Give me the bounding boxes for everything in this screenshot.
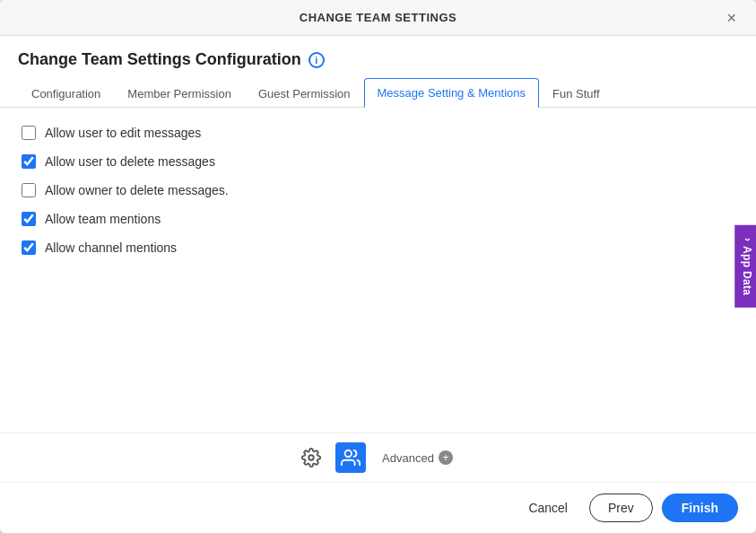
info-icon[interactable]: i <box>308 52 325 68</box>
advanced-button[interactable]: Advanced + <box>375 445 460 470</box>
allow-edit-checkbox[interactable] <box>22 126 36 140</box>
advanced-label: Advanced <box>382 451 434 465</box>
modal-wrapper: CHANGE TEAM SETTINGS × Change Team Setti… <box>0 0 756 533</box>
cancel-button[interactable]: Cancel <box>516 494 580 522</box>
app-data-arrow: ‹ <box>741 238 753 241</box>
modal: CHANGE TEAM SETTINGS × Change Team Setti… <box>0 0 756 533</box>
modal-header: CHANGE TEAM SETTINGS × <box>0 0 756 36</box>
svg-point-1 <box>345 450 352 457</box>
content-area: Allow user to edit messages Allow user t… <box>0 108 756 433</box>
allow-team-mentions-label[interactable]: Allow team mentions <box>45 212 161 226</box>
allow-edit-label[interactable]: Allow user to edit messages <box>45 126 201 140</box>
page-title: Change Team Settings Configuration <box>18 50 301 69</box>
tabs-bar: Configuration Member Permission Guest Pe… <box>0 78 756 108</box>
footer-toolbar: Advanced + <box>0 433 756 482</box>
prev-button[interactable]: Prev <box>589 494 653 522</box>
modal-title: CHANGE TEAM SETTINGS <box>300 11 456 24</box>
checkbox-allow-delete-user: Allow user to delete messages <box>22 154 734 169</box>
app-data-label: App Data <box>741 246 753 295</box>
allow-channel-mentions-checkbox[interactable] <box>22 240 36 255</box>
finish-button[interactable]: Finish <box>662 494 738 522</box>
close-button[interactable]: × <box>721 8 742 28</box>
advanced-plus-icon: + <box>439 450 453 465</box>
tab-member-permission[interactable]: Member Permission <box>114 78 245 108</box>
gear-icon <box>301 448 321 467</box>
app-data-tab[interactable]: ‹ App Data <box>734 225 756 308</box>
modal-footer: Cancel Prev Finish <box>0 482 756 533</box>
tab-guest-permission[interactable]: Guest Permission <box>245 78 364 108</box>
checkbox-allow-channel-mentions: Allow channel mentions <box>22 240 734 255</box>
checkbox-allow-team-mentions: Allow team mentions <box>22 212 734 226</box>
modal-body: Change Team Settings Configuration i Con… <box>0 36 756 482</box>
tab-configuration[interactable]: Configuration <box>18 78 114 108</box>
allow-delete-owner-checkbox[interactable] <box>22 183 36 197</box>
allow-delete-owner-label[interactable]: Allow owner to delete messages. <box>45 183 229 197</box>
gear-button[interactable] <box>296 442 326 473</box>
allow-delete-user-checkbox[interactable] <box>22 154 36 169</box>
checkbox-allow-edit: Allow user to edit messages <box>22 126 734 140</box>
people-button[interactable] <box>335 442 366 473</box>
allow-delete-user-label[interactable]: Allow user to delete messages <box>45 154 215 169</box>
people-icon <box>341 448 361 467</box>
tab-fun-stuff[interactable]: Fun Stuff <box>539 78 613 108</box>
allow-team-mentions-checkbox[interactable] <box>22 212 36 226</box>
page-title-bar: Change Team Settings Configuration i <box>0 36 756 78</box>
svg-point-0 <box>308 455 314 460</box>
tab-message-setting[interactable]: Message Setting & Mentions <box>364 78 539 108</box>
checkbox-allow-delete-owner: Allow owner to delete messages. <box>22 183 734 197</box>
allow-channel-mentions-label[interactable]: Allow channel mentions <box>45 240 177 255</box>
